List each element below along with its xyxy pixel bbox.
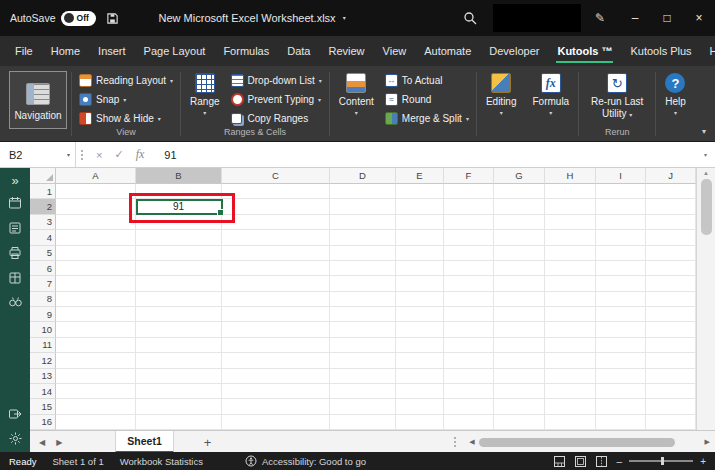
cell-J8[interactable] bbox=[646, 292, 696, 307]
cell-F16[interactable] bbox=[444, 415, 494, 430]
cell-C5[interactable] bbox=[222, 246, 330, 261]
cell-A8[interactable] bbox=[56, 292, 136, 307]
cell-A4[interactable] bbox=[56, 230, 136, 245]
cell-E10[interactable] bbox=[396, 322, 444, 337]
column-header-I[interactable]: I bbox=[596, 168, 646, 184]
cell-F15[interactable] bbox=[444, 399, 494, 414]
formula-bar-grip-icon[interactable] bbox=[76, 142, 88, 167]
next-sheet-icon[interactable]: ▶ bbox=[56, 438, 62, 447]
cell-I8[interactable] bbox=[596, 292, 646, 307]
cell-F5[interactable] bbox=[444, 246, 494, 261]
cell-D9[interactable] bbox=[330, 307, 396, 322]
page-break-view-icon[interactable] bbox=[596, 456, 607, 467]
insert-function-icon[interactable]: fx bbox=[136, 147, 145, 162]
cell-A7[interactable] bbox=[56, 276, 136, 291]
cell-H14[interactable] bbox=[545, 384, 596, 399]
column-header-G[interactable]: G bbox=[494, 168, 545, 184]
cell-D14[interactable] bbox=[330, 384, 396, 399]
vertical-scrollbar[interactable]: ▲ bbox=[696, 168, 715, 430]
cell-H6[interactable] bbox=[545, 261, 596, 276]
cell-C1[interactable] bbox=[222, 184, 330, 199]
cell-D4[interactable] bbox=[330, 230, 396, 245]
cell-F4[interactable] bbox=[444, 230, 494, 245]
close-button[interactable]: × bbox=[683, 0, 715, 36]
select-all-button[interactable] bbox=[30, 168, 56, 184]
cell-B9[interactable] bbox=[136, 307, 222, 322]
collapse-ribbon-icon[interactable]: ▾ bbox=[702, 127, 706, 136]
cell-G16[interactable] bbox=[494, 415, 545, 430]
cell-J10[interactable] bbox=[646, 322, 696, 337]
settings-gear-icon[interactable] bbox=[8, 431, 23, 446]
name-box-chevron-icon[interactable]: ▾ bbox=[67, 152, 70, 158]
cell-F6[interactable] bbox=[444, 261, 494, 276]
row-header-5[interactable]: 5 bbox=[30, 246, 56, 261]
cell-C11[interactable] bbox=[222, 338, 330, 353]
row-header-9[interactable]: 9 bbox=[30, 307, 56, 322]
cell-F7[interactable] bbox=[444, 276, 494, 291]
cell-B16[interactable] bbox=[136, 415, 222, 430]
cell-B7[interactable] bbox=[136, 276, 222, 291]
cell-D15[interactable] bbox=[330, 399, 396, 414]
cell-H15[interactable] bbox=[545, 399, 596, 414]
cell-C14[interactable] bbox=[222, 384, 330, 399]
zoom-in-icon[interactable]: + bbox=[700, 456, 706, 467]
cell-I16[interactable] bbox=[596, 415, 646, 430]
column-header-A[interactable]: A bbox=[56, 168, 136, 184]
row-header-16[interactable]: 16 bbox=[30, 415, 56, 430]
cell-J9[interactable] bbox=[646, 307, 696, 322]
tab-review[interactable]: Review bbox=[319, 36, 373, 66]
cell-E14[interactable] bbox=[396, 384, 444, 399]
navigation-button[interactable]: Navigation bbox=[9, 71, 67, 129]
cell-I2[interactable] bbox=[596, 199, 646, 214]
cell-H16[interactable] bbox=[545, 415, 596, 430]
cell-C13[interactable] bbox=[222, 369, 330, 384]
cell-I4[interactable] bbox=[596, 230, 646, 245]
cell-H10[interactable] bbox=[545, 322, 596, 337]
cell-D13[interactable] bbox=[330, 369, 396, 384]
cell-G14[interactable] bbox=[494, 384, 545, 399]
printer-icon[interactable] bbox=[8, 246, 22, 260]
cell-A10[interactable] bbox=[56, 322, 136, 337]
cell-A5[interactable] bbox=[56, 246, 136, 261]
cell-F11[interactable] bbox=[444, 338, 494, 353]
cell-F12[interactable] bbox=[444, 353, 494, 368]
cell-B1[interactable] bbox=[136, 184, 222, 199]
cell-H8[interactable] bbox=[545, 292, 596, 307]
zoom-slider[interactable] bbox=[629, 460, 693, 462]
scroll-up-icon[interactable]: ▲ bbox=[703, 170, 709, 176]
cell-A15[interactable] bbox=[56, 399, 136, 414]
cell-F14[interactable] bbox=[444, 384, 494, 399]
cell-D8[interactable] bbox=[330, 292, 396, 307]
scroll-left-icon[interactable]: ◀ bbox=[469, 438, 474, 446]
new-sheet-button[interactable]: + bbox=[204, 435, 212, 450]
cell-F1[interactable] bbox=[444, 184, 494, 199]
cell-J3[interactable] bbox=[646, 215, 696, 230]
cell-E3[interactable] bbox=[396, 215, 444, 230]
cell-H5[interactable] bbox=[545, 246, 596, 261]
cell-C3[interactable] bbox=[222, 215, 330, 230]
cell-B2[interactable]: 91 bbox=[136, 199, 222, 214]
cell-E8[interactable] bbox=[396, 292, 444, 307]
cell-G7[interactable] bbox=[494, 276, 545, 291]
vertical-scroll-thumb[interactable] bbox=[701, 179, 712, 235]
cell-H1[interactable] bbox=[545, 184, 596, 199]
cell-G6[interactable] bbox=[494, 261, 545, 276]
cell-B13[interactable] bbox=[136, 369, 222, 384]
cell-B10[interactable] bbox=[136, 322, 222, 337]
cell-A16[interactable] bbox=[56, 415, 136, 430]
cell-G8[interactable] bbox=[494, 292, 545, 307]
cell-B8[interactable] bbox=[136, 292, 222, 307]
name-box[interactable]: B2 ▾ bbox=[0, 142, 76, 167]
cell-G11[interactable] bbox=[494, 338, 545, 353]
copy-ranges-button[interactable]: Copy Ranges bbox=[228, 110, 325, 127]
page-layout-view-icon[interactable] bbox=[575, 456, 586, 467]
cell-E4[interactable] bbox=[396, 230, 444, 245]
sheet-count[interactable]: Sheet 1 of 1 bbox=[52, 456, 103, 467]
row-header-8[interactable]: 8 bbox=[30, 292, 56, 307]
tab-kutools[interactable]: Kutools ™ bbox=[548, 36, 621, 66]
cell-G12[interactable] bbox=[494, 353, 545, 368]
content-button[interactable]: Content ▾ bbox=[334, 69, 379, 116]
tab-help[interactable]: Help bbox=[701, 36, 715, 66]
cell-C9[interactable] bbox=[222, 307, 330, 322]
zoom-slider-knob[interactable] bbox=[661, 457, 664, 465]
